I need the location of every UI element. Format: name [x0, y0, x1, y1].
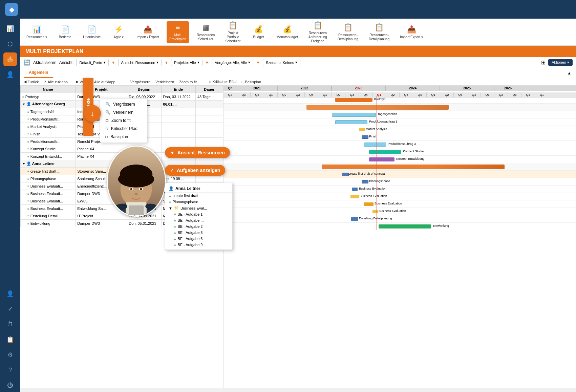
toolbar-projekt-portfolio[interactable]: 📋 ProjektPortfolioScheduler: [222, 19, 243, 45]
gantt-row-produktionsauftrag1: Produktionsauftrag 1: [223, 118, 576, 126]
svg-rect-16: [129, 205, 144, 215]
sidebar-item-boards[interactable]: 📋: [3, 333, 17, 346]
sidebar-item-users[interactable]: 👤: [3, 68, 17, 81]
toolbar-ressourcen-detailplanung1-label: Ressourcen-Detailplanung: [338, 33, 358, 41]
back-button[interactable]: ◀ Zurück: [24, 80, 39, 84]
filter-szenario[interactable]: Szenario: Keines ▾: [263, 59, 300, 66]
sidebar-item-reports[interactable]: 🥧: [3, 52, 17, 66]
resource-popup-be-aufgabe5[interactable]: ≡ BE - Aufgabe 5: [165, 230, 232, 236]
scroll-indicator[interactable]: [20, 388, 576, 392]
gantt-bar-create-first-draft: [342, 173, 349, 176]
gantt-q-q3-2025: Q3: [508, 92, 521, 97]
toolbar-ressourcen-anforderung[interactable]: 📋 RessourcenAnforderungFreigabe: [306, 19, 330, 45]
resource-popup-be-aufgabe-dots[interactable]: ≡ BE - Aufgabe ...: [165, 217, 232, 223]
sidebar-item-settings[interactable]: ⚙: [3, 348, 17, 362]
gantt-q-q4-2020: Q4: [251, 92, 264, 97]
gantt-bar-produktionsauftrag1: [335, 120, 367, 124]
filter-bar: 🔄 Aktualisieren Ansicht: Default_Porto ▾…: [20, 57, 576, 68]
collapse-all-button[interactable]: ∧ Alle zuklapp...: [44, 80, 71, 84]
sidebar-item-tasks[interactable]: ✓: [3, 302, 17, 316]
resource-popup-business-eval-header[interactable]: ▼ 📁 Business Eval...: [165, 205, 232, 211]
toolbar-import-export[interactable]: 📤 Import / Export: [134, 23, 162, 41]
zoom-out-button[interactable]: Verkleinern: [155, 80, 174, 84]
gantt-container[interactable]: Q2 2021 2022 2023 2024 2025 2026 Q2 Q3 Q…: [223, 86, 576, 388]
dropdown-item-zoom-fit[interactable]: ⊡ Zoom to fit: [100, 116, 147, 125]
ressourcen-scheduler-icon: ▦: [202, 23, 209, 32]
dropdown-item-critical-path[interactable]: ◇ Kritischer Pfad: [100, 125, 147, 133]
tab-allgemein[interactable]: Allgemein: [24, 68, 53, 78]
toolbar-import-export2[interactable]: 📤 Import/Export ▾: [397, 23, 426, 41]
app-logo: ◆: [5, 3, 18, 16]
svg-point-9: [130, 188, 132, 190]
gantt-row-altenberger: [223, 104, 576, 111]
refresh-button[interactable]: 🔄: [24, 59, 30, 66]
gantt-bar-produktionsauftrag3: [364, 143, 386, 147]
sidebar-item-profile[interactable]: 👤: [3, 287, 17, 301]
filter-vorgaenge[interactable]: Vorgänge: Alle, Alle ▾: [212, 59, 253, 66]
sidebar-item-modules[interactable]: ⬡: [3, 37, 17, 51]
zoom-in-button[interactable]: Vergrössern: [130, 80, 150, 84]
gantt-row-be1: Business Evaluation: [223, 186, 576, 193]
gantt-year-cell: Q2: [223, 86, 237, 91]
projekt-portfolio-icon: 📋: [228, 21, 237, 30]
gantt-q-q2-2022: Q2: [332, 92, 345, 97]
aktionen-button[interactable]: Aktionen ▾: [548, 59, 573, 66]
gantt-bar-prototyp: [335, 98, 372, 102]
person-photo-svg: [108, 147, 165, 215]
gantt-bar-altenberger: [306, 105, 449, 110]
dropdown-item-vergroessern[interactable]: 🔍 Vergrössern: [100, 100, 147, 108]
toolbar-ressourcen[interactable]: 📊 Ressourcen ▾: [24, 23, 50, 41]
toolbar-multi-projektplan[interactable]: ≡ MultiProjektplan: [167, 21, 189, 43]
svg-point-7: [118, 171, 154, 187]
gantt-q-q4-2023: Q4: [413, 92, 427, 97]
control-row: ◀ Zurück ∧ Alle zuklapp... ▶ Vor ∨ Alle …: [20, 78, 576, 86]
toolbar-agile[interactable]: ⚡ Agile ▾: [108, 23, 129, 41]
toolbar-import-export-label: Import / Export: [136, 35, 159, 39]
zoom-fit-icon: ⊡: [105, 118, 109, 123]
toolbar-ressourcen-detailplanung1[interactable]: 📋 Ressourcen-Detailplanung: [335, 21, 361, 43]
sidebar-item-time[interactable]: ⏱: [3, 318, 17, 331]
ansicht-dropdown[interactable]: Default_Porto ▾: [76, 59, 108, 66]
budget-icon: 💰: [254, 25, 263, 34]
baseline-button[interactable]: □ Basisplan: [242, 80, 261, 84]
resource-popup-planungsphase[interactable]: ≡ Planungsphase: [165, 199, 232, 205]
filter-ressourcen[interactable]: Ansicht: Ressourcen ▾: [118, 59, 162, 66]
task-icon-be6: ≡: [174, 237, 176, 241]
toolbar-ressourcen-scheduler[interactable]: ▦ RessourcenScheduler: [194, 21, 217, 43]
filter-icon1: ▼: [111, 60, 115, 65]
col-header-dauer: Dauer: [195, 86, 223, 93]
gantt-row-erstellung: Erstellung Detailplanung: [223, 215, 576, 223]
resource-popup-be-aufgabe9[interactable]: ≡ BE - Aufgabe 9: [165, 242, 232, 248]
zoom-fit-button[interactable]: Zoom to fit: [179, 80, 197, 84]
gantt-q-q3-2022: Q3: [345, 92, 359, 97]
resource-popup-create-first-draft[interactable]: ≡ create first draft ...: [165, 193, 232, 199]
toolbar-urlaubsliste[interactable]: 📄 Urlaubsliste: [80, 23, 103, 41]
critical-path-button[interactable]: ◇ Kritischer Pfad: [209, 80, 237, 84]
scroll-up[interactable]: ▲: [566, 69, 573, 77]
filter-projekte[interactable]: Projekte: Alle ▾: [171, 59, 202, 66]
toolbar-monatsbudget[interactable]: 💰 Monatsbudget: [274, 23, 300, 41]
critical-path-icon: ◇: [105, 126, 108, 131]
filter-icon-tooltip: ▼: [170, 150, 175, 155]
gantt-row-be3: Business Evaluation: [223, 200, 576, 208]
folder-icon-be: 📁: [174, 206, 179, 210]
expand-all-button[interactable]: ∨ Alle aufklapp...: [90, 80, 119, 84]
sidebar-item-help[interactable]: ?: [3, 363, 17, 377]
toolbar-berichte[interactable]: 📄 Berichte: [55, 23, 75, 41]
main-content: 📊 Ressourcen ▾ 📄 Berichte 📄 Urlaubsliste…: [20, 19, 576, 392]
refresh-label: Aktualisieren: [33, 60, 57, 65]
dropdown-item-baseline[interactable]: □ Basisplan: [100, 133, 147, 141]
dropdown-item-verkleinern[interactable]: 🔍 Verkleinern: [100, 108, 147, 116]
toolbar-ressourcen-detailplanung2[interactable]: 📋 Ressourcen-Detailplanung: [366, 21, 392, 43]
sidebar-item-dashboard[interactable]: 📊: [3, 22, 17, 36]
resource-popup-be-aufgabe6[interactable]: ≡ BE - Aufgabe 6: [165, 236, 232, 242]
gantt-bar-be3: [364, 202, 374, 206]
sidebar-item-logout[interactable]: ⏻: [3, 378, 17, 392]
tab-second[interactable]: [53, 70, 63, 75]
resource-popup-be-aufgabe1[interactable]: ≡ BE - Aufgabe 1: [165, 211, 232, 217]
resource-popup-be-aufgabe2[interactable]: ≡ BE - Aufgabe 2: [165, 223, 232, 230]
toolbar-budget[interactable]: 💰 Budget: [248, 23, 269, 41]
gantt-q-q1-2024: Q1: [427, 92, 440, 97]
gantt-row-entwicklung: Entwicklung: [223, 223, 576, 230]
gantt-label-be1: Business Evaluation: [359, 187, 386, 190]
